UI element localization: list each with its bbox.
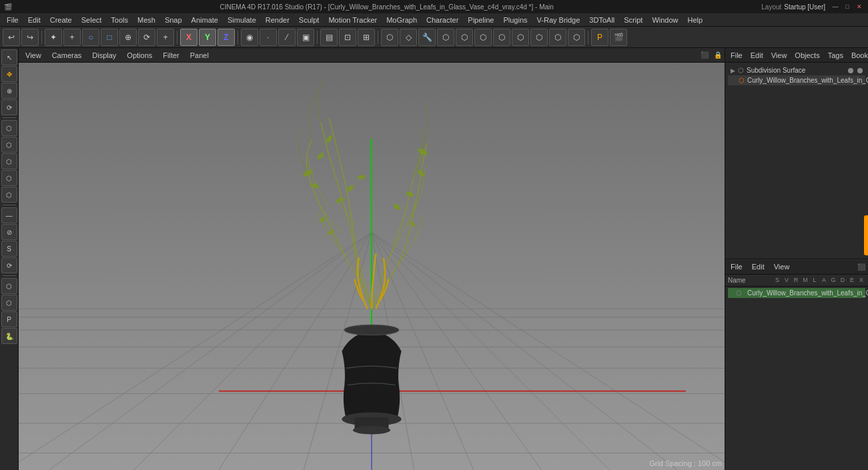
obj-bottom-file[interactable]: File [728,261,745,272]
minimize-button[interactable]: — [831,2,840,11]
menu-animate[interactable]: Animate [187,15,222,25]
edge-mode-button[interactable]: ∕ [278,29,296,46]
obj-bottom-view[interactable]: View [771,261,793,272]
lt-tool-8[interactable]: S [1,241,17,257]
vt-maximize-icon[interactable]: ⬛ [701,51,709,59]
col-s: S [773,277,781,283]
render-active-view-button[interactable]: ⊡ [339,29,356,46]
add-object-button[interactable]: + [63,29,81,46]
lt-tool-9[interactable]: ⟳ [1,257,17,273]
obj-top-file[interactable]: File [728,50,745,61]
obj-curly-willow[interactable]: ⬡ Curly_Willow_Branches_with_Leafs_in_Gl… [728,75,865,85]
obj-shape-6[interactable]: ⬡ [474,29,492,46]
vt-lock-icon[interactable]: 🔒 [714,51,722,59]
menu-mograph[interactable]: MoGraph [382,15,421,25]
point-mode-button[interactable]: · [260,29,277,46]
menu-3dtoall[interactable]: 3DToAll [585,15,618,25]
obj-top-view[interactable]: View [769,50,790,61]
redo-button[interactable]: ↪ [21,29,39,46]
obj-shape-9[interactable]: ⬡ [530,29,548,46]
lt-tool-1[interactable]: ⬡ [1,120,17,136]
menu-snap[interactable]: Snap [161,15,186,25]
lt-tool-7[interactable]: ⊘ [1,224,17,240]
render-region-button[interactable]: ▤ [320,29,338,46]
obj-shape-7[interactable]: ⬡ [493,29,510,46]
obj-shape-4[interactable]: ⬡ [437,29,454,46]
viewport[interactable]: Perspective [19,63,725,470]
obj-top-bookmarks[interactable]: Bookmarks [849,50,868,61]
undo-button[interactable]: ↩ [3,29,20,46]
lt-tool-2[interactable]: ⬡ [1,137,17,153]
plus-button[interactable]: + [157,29,174,46]
select-tool-button[interactable]: ✦ [45,29,62,46]
obj-bottom-willow-item[interactable]: ⬡ Curly_Willow_Branches_with_Leafs_in_Gl… [728,288,865,298]
menu-render[interactable]: Render [262,15,294,25]
vt-cameras[interactable]: Cameras [48,50,86,61]
menu-vray-bridge[interactable]: V-Ray Bridge [533,15,584,25]
lt-scale[interactable]: ⊕ [1,83,17,99]
obj-top-objects[interactable]: Objects [792,50,822,61]
render-button[interactable]: ⊞ [358,29,375,46]
menu-tools[interactable]: Tools [107,15,132,25]
lt-tool-6[interactable]: — [1,207,17,223]
menu-motion-tracker[interactable]: Motion Tracker [324,15,381,25]
lt-tool-5[interactable]: ⬡ [1,187,17,203]
obj-shape-5[interactable]: ⬡ [456,29,473,46]
py-button[interactable]: P [591,29,608,46]
menu-sculpt[interactable]: Sculpt [295,15,324,25]
axis-z-button[interactable]: Z [218,29,235,46]
obj-shape-11[interactable]: ⬡ [568,29,585,46]
right-panel-resize-handle[interactable] [864,215,868,255]
lt-tool-11[interactable]: ⬡ [1,295,17,311]
obj-bottom-edit[interactable]: Edit [749,261,767,272]
menu-file[interactable]: File [3,15,23,25]
obj-bottom-expand-icon[interactable]: ⬛ [857,263,865,271]
menu-mesh[interactable]: Mesh [133,15,159,25]
obj-subdiv-toggle[interactable]: ▶ [731,67,735,74]
null-button[interactable]: ○ [82,29,99,46]
cinema4d-button[interactable]: 🎬 [610,29,627,46]
obj-shape-1[interactable]: ⬡ [381,29,398,46]
lt-move[interactable]: ✥ [1,66,17,82]
menu-pipeline[interactable]: Pipeline [464,15,498,25]
menu-script[interactable]: Script [620,15,646,25]
poly-mode-button[interactable]: ▣ [297,29,314,46]
obj-top-tags[interactable]: Tags [825,50,846,61]
vt-options[interactable]: Options [123,50,156,61]
toolbar-separator-1 [41,31,42,44]
axis-y-button[interactable]: Y [199,29,216,46]
vt-panel[interactable]: Panel [186,50,213,61]
vt-view[interactable]: View [21,50,45,61]
menu-window[interactable]: Window [648,15,682,25]
lt-tool-4[interactable]: ⬡ [1,170,17,186]
obj-shape-8[interactable]: ⬡ [512,29,529,46]
menu-plugins[interactable]: Plugins [499,15,531,25]
object-manager-bottom: File Edit View ⬛ Name S V R M L A G D E … [725,259,868,471]
lt-select[interactable]: ↖ [1,49,17,65]
lt-tool-10[interactable]: ⬡ [1,278,17,294]
menu-character[interactable]: Character [422,15,462,25]
menu-select[interactable]: Select [77,15,106,25]
lt-tool-13[interactable]: 🐍 [1,328,17,344]
maximize-button[interactable]: □ [843,2,852,11]
axis-x-button[interactable]: X [180,29,197,46]
obj-top-edit[interactable]: Edit [748,50,766,61]
obj-shape-3[interactable]: 🔧 [418,29,436,46]
lt-tool-12[interactable]: P [1,311,17,327]
close-button[interactable]: ✕ [855,2,864,11]
menu-help[interactable]: Help [684,15,707,25]
rotate-button[interactable]: ⟳ [138,29,155,46]
subdiv-button[interactable]: ⊕ [119,29,137,46]
vt-filter[interactable]: Filter [159,50,183,61]
vt-display[interactable]: Display [88,50,120,61]
obj-shape-10[interactable]: ⬡ [549,29,566,46]
menu-create[interactable]: Create [46,15,76,25]
menu-edit[interactable]: Edit [24,15,45,25]
menu-simulate[interactable]: Simulate [224,15,260,25]
lt-rotate[interactable]: ⟳ [1,99,17,115]
model-mode-button[interactable]: ◉ [241,29,258,46]
obj-shape-2[interactable]: ◇ [400,29,417,46]
obj-subdivision-surface[interactable]: ▶ ⬡ Subdivision Surface [728,65,865,75]
lt-tool-3[interactable]: ⬡ [1,153,17,169]
cube-button[interactable]: □ [101,29,118,46]
